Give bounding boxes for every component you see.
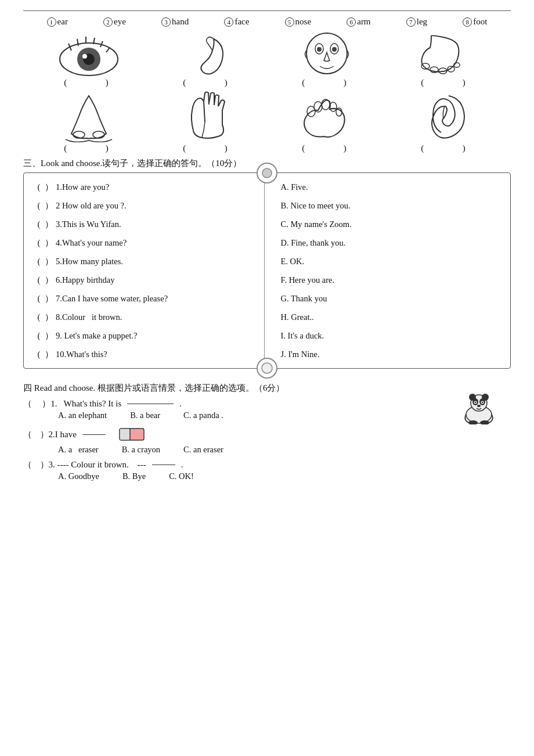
body-images-row2 (23, 90, 511, 142)
label-eye: 2eye (103, 17, 126, 27)
q2-opt-A: A. a eraser (58, 445, 99, 455)
bracket-1: ( ) (35, 78, 142, 88)
q1-opt-B: B. a bear (130, 411, 160, 420)
img-eye (35, 33, 142, 77)
svg-point-37 (475, 402, 476, 403)
q-row-3: ( ） 3.This is Wu Yifan. (34, 215, 264, 233)
section4-q1-row: （ ）1. What's this? It is . (23, 398, 511, 409)
bracket-5: ( ) (35, 143, 142, 153)
bracket-7: ( ) (273, 143, 380, 153)
label-hand: 3hand (161, 17, 189, 27)
a-row-H: H. Great.. (281, 308, 511, 326)
label-nose: 5nose (285, 17, 312, 27)
section3-inner: ( ） 1.How are you? ( ） 2 How old are you… (24, 178, 510, 363)
q-row-10: ( ） 10.What's this? (34, 345, 264, 363)
section4-q2-options: A. a eraser B. a crayon C. an eraser (58, 445, 511, 455)
a-row-C: C. My name's Zoom. (281, 215, 511, 233)
q-row-8: ( ） 8.Colour it brown. (34, 308, 264, 326)
svg-point-28 (262, 363, 272, 373)
section4-q1-container: （ ）1. What's this? It is . A. an elephan… (23, 398, 511, 420)
svg-point-14 (332, 47, 337, 52)
svg-point-27 (262, 168, 272, 178)
q1-opt-C: C. a panda . (183, 411, 223, 420)
body-images-row1 (23, 30, 511, 77)
img-face (273, 30, 380, 77)
q-row-9: ( ） 9. Let's make a puppet.? (34, 326, 264, 345)
q1-bracket-close: ）1. What's this? It is (35, 398, 121, 409)
panda-image (459, 393, 499, 424)
q6-text: 6.Happy birthday (56, 275, 114, 285)
section4-q2-row: （ ）2.I have (23, 425, 511, 444)
q4-text: 4.What's your name? (56, 238, 127, 248)
q-row-6: ( ） 6.Happy birthday (34, 271, 264, 289)
deco-circle-top (257, 163, 277, 183)
q1-text: 1.How are you? (56, 182, 109, 192)
q8-text: 8.Colour it brown. (56, 312, 122, 322)
bracket-4: ( ) (392, 78, 499, 88)
bracket-8: ( ) (392, 143, 499, 153)
q-row-2: ( ） 2 How old are you ?. (34, 196, 264, 215)
label-leg: 7leg (406, 17, 427, 27)
q9-text: 9. Let's make a puppet.? (56, 331, 137, 341)
svg-point-20 (73, 131, 85, 138)
img-toes (273, 93, 380, 142)
q3-opt-B: B. Bye (122, 471, 146, 481)
q3-blank (152, 465, 175, 465)
q3-opt-C: C. OK! (169, 471, 194, 481)
q-row-5: ( ） 5.How many plates. (34, 252, 264, 271)
bracket-row2: ( ) ( ) ( ) ( ) (23, 143, 511, 153)
a-row-B: B. Nice to meet you. (281, 196, 511, 215)
eraser-image (117, 425, 146, 444)
body-labels-row: 1ear 2eye 3hand 4face 5nose 6arm 7leg 8f… (23, 17, 511, 27)
a-row-J: J. I'm Nine. (281, 345, 511, 363)
bracket-2: ( ) (154, 78, 261, 88)
svg-point-3 (82, 54, 87, 59)
answers-col: A. Five. B. Nice to meet you. C. My name… (265, 178, 511, 363)
section4-q2-container: （ ）2.I have A. a eraser B. a crayon C. a… (23, 425, 511, 455)
bracket-3: ( ) (273, 78, 380, 88)
svg-point-39 (477, 405, 481, 407)
section4-title: 四 Read and choose. 根据图片或语言情景，选择正确的选项。（6分… (23, 383, 284, 393)
section3-title: 三、Look and choose.读句子，选择正确的答句。（10分） (23, 158, 241, 169)
top-divider (23, 10, 511, 11)
q2-blank (82, 434, 106, 435)
q5-text: 5.How many plates. (56, 257, 123, 267)
img-ear (392, 90, 499, 142)
q3-opt-A: A. Goodbye (58, 471, 99, 481)
section4-q3-row: （ ）3. ---- Colour it brown. --- . (23, 459, 511, 470)
q2-text: 2 How old are you ?. (56, 201, 127, 211)
section4-q3-options: A. Goodbye B. Bye C. OK! (58, 471, 511, 481)
section4-header: 四 Read and choose. 根据图片或语言情景，选择正确的选项。（6分… (23, 383, 511, 394)
q-row-4: ( ） 4.What's your name? (34, 233, 264, 252)
a-row-D: D. Fine, thank you. (281, 233, 511, 252)
label-foot: 8foot (463, 17, 487, 27)
img-nose (35, 93, 142, 142)
img-foot (392, 30, 499, 77)
a-row-E: E. OK. (281, 252, 511, 271)
section4-q3-container: （ ）3. ---- Colour it brown. --- . A. Goo… (23, 459, 511, 481)
img-hand (154, 90, 261, 142)
svg-line-5 (77, 39, 78, 46)
label-ear: 1ear (47, 17, 68, 27)
q-row-1: ( ） 1.How are you? (34, 178, 264, 196)
img-arm (154, 33, 261, 77)
svg-point-38 (482, 402, 483, 403)
q2-opt-C: C. an eraser (183, 445, 223, 455)
section4: 四 Read and choose. 根据图片或语言情景，选择正确的选项。（6分… (23, 383, 511, 481)
a-row-G: G. Thank you (281, 289, 511, 308)
svg-point-25 (330, 102, 337, 111)
section3-box: ( ） 1.How are you? ( ） 2 How old are you… (23, 172, 511, 369)
svg-point-13 (317, 47, 322, 52)
q-row-7: ( ） 7.Can I have some water, please? (34, 289, 264, 308)
q1-blank (127, 404, 174, 404)
q2-opt-B: B. a crayon (122, 445, 160, 455)
q7-text: 7.Can I have some water, please? (56, 294, 168, 304)
q1-opt-A: A. an elephant (58, 411, 107, 420)
label-face: 4face (224, 17, 249, 27)
a-row-A: A. Five. (281, 178, 511, 196)
questions-col: ( ） 1.How are you? ( ） 2 How old are you… (24, 178, 265, 363)
svg-line-9 (106, 48, 110, 52)
bracket-row1: ( ) ( ) ( ) ( ) (23, 78, 511, 88)
svg-point-21 (93, 131, 104, 138)
section4-q1-options: A. an elephant B. a bear C. a panda . (58, 411, 511, 420)
